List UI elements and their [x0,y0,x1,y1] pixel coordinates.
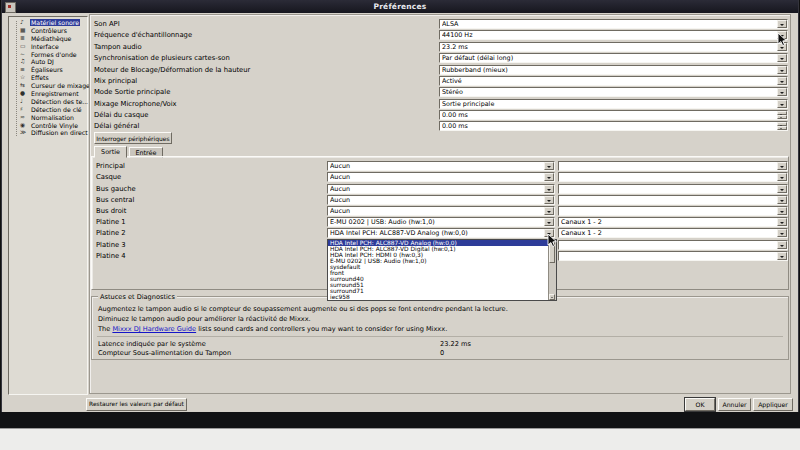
titlebar[interactable]: Préférences [2,0,798,13]
chevron-down-icon[interactable] [777,207,787,215]
chevron-down-icon[interactable] [544,173,554,181]
headphone-device-combobox[interactable]: Aucun [327,172,555,182]
api-combobox[interactable]: ALSA [439,19,788,29]
chevron-down-icon[interactable] [777,88,787,96]
form-label: Tampon audio [94,43,142,51]
device-dropdown-list: HDA Intel PCH: ALC887-VD Analog (hw:0,0)… [327,239,557,301]
chevron-down-icon[interactable] [544,196,554,204]
tip-line: Diminuez le tampon audio pour améliorer … [98,315,311,323]
sidebar-item-controllers[interactable]: ▦Contrôleurs [9,27,87,35]
spin-down-icon[interactable] [777,126,787,130]
chevron-down-icon[interactable] [544,218,554,226]
recorder-toolbar: ▶ Image par image • « » 00:00:10 00:00:1… [0,428,800,450]
bus-right-channel-combobox[interactable] [558,206,788,216]
bpm-icon: ♩ [20,98,28,106]
sidebar-item-live-broadcasting[interactable]: ≫Diffusion en direct [9,129,87,137]
dropdown-scrollbar[interactable] [548,240,556,300]
restore-defaults-button[interactable]: Restaurer les valeurs par défaut [86,398,187,411]
chevron-down-icon[interactable] [544,185,554,193]
chevron-down-icon[interactable] [777,173,787,181]
chevron-down-icon[interactable] [777,196,787,204]
sidebar-item-equalizers[interactable]: ≡Égaliseurs [9,66,87,74]
hardware-guide-link[interactable]: Mixxx DJ Hardware Guide [112,325,196,333]
master-device-combobox[interactable]: Aucun [327,161,555,171]
chevron-down-icon[interactable] [777,185,787,193]
keylock-engine-combobox[interactable]: Rubberband (mieux) [439,65,788,75]
headphone-channel-combobox[interactable] [558,172,788,182]
sidebar-item-effects[interactable]: ☆Effets [9,74,87,82]
deck1-channel-combobox[interactable]: Canaux 1 - 2 [558,217,788,227]
tab-output[interactable]: Sortie [94,146,127,158]
deck2-device-combobox[interactable]: HDA Intel PCH: ALC887-VD Analog (hw:0,0) [327,228,555,238]
deck2-channel-combobox[interactable]: Canaux 1 - 2 [558,228,788,238]
spin-down-icon[interactable] [777,115,787,119]
chevron-down-icon[interactable] [777,54,787,62]
sidebar-item-autodj[interactable]: ♫Auto DJ [9,58,87,66]
sidebar-item-library[interactable]: ≣Médiathèque [9,35,87,43]
preferences-window: Préférences ♪Matériel sonore ▦Contrôleur… [2,0,798,412]
chevron-down-icon[interactable] [777,229,787,237]
device-row-label: Casque [96,173,121,181]
bus-center-device-combobox[interactable]: Aucun [327,195,555,205]
chevron-down-icon[interactable] [777,241,787,249]
chevron-down-icon[interactable] [777,252,787,260]
headphone-delay-spinbox[interactable]: 0.00 ms [439,110,788,120]
bus-left-channel-combobox[interactable] [558,184,788,194]
mouse-cursor [777,33,787,47]
chevron-down-icon[interactable] [777,218,787,226]
waveform-icon: ∼ [20,51,28,59]
sidebar-item-interface[interactable]: ▭Interface [9,43,87,51]
chevron-down-icon[interactable] [777,77,787,85]
chevron-down-icon[interactable] [544,207,554,215]
sidebar-item-beat-detection[interactable]: ♩Détection des te... [9,98,87,106]
device-row-label: Platine 1 [96,218,126,226]
audio-buffer-combobox[interactable]: 23.2 ms [439,42,788,52]
deck1-device-combobox[interactable]: E-MU 0202 | USB: Audio (hw:1,0) [327,217,555,227]
chevron-down-icon[interactable] [777,66,787,74]
cancel-button[interactable]: Annuler [718,398,751,411]
multi-soundcard-sync-combobox[interactable]: Par défaut (délai long) [439,53,788,63]
sidebar-item-crossfader[interactable]: ⇆Curseur de mixage [9,82,87,90]
form-label: Moteur de Blocage/Déformation de la haut… [94,66,250,74]
form-label: Mix principal [94,77,137,85]
master-delay-spinbox[interactable]: 0.00 ms [439,121,788,131]
crossfader-icon: ⇆ [20,82,28,90]
sidebar-item-key-detection[interactable]: ♯Détection de clé [9,106,87,114]
sidebar-item-recording[interactable]: ●Enregistrement [9,90,87,98]
form-label: Mixage Microphone/Voix [94,100,177,108]
latency-value: 23.22 ms [440,340,471,348]
sidebar-item-normalization[interactable]: ≈Normalisation [9,114,87,122]
scroll-down-icon[interactable] [549,294,555,300]
broadcast-icon: ≫ [20,129,28,137]
query-devices-button[interactable]: Interroger périphériques [94,132,172,144]
microphone-mix-combobox[interactable]: Sortie principale [439,99,788,109]
deck3-channel-combobox[interactable] [558,240,788,250]
chevron-down-icon[interactable] [777,162,787,170]
device-row-label: Principal [96,162,125,170]
tips-diagnostics-group: Astuces et Diagnostics Augmentez le tamp… [91,296,789,360]
sidebar-item-vinyl-control[interactable]: ◉Contrôle Vinyle [9,122,87,130]
bus-right-device-combobox[interactable]: Aucun [327,206,555,216]
device-row-label: Bus central [96,196,134,204]
dropdown-option[interactable]: iec958 [328,294,549,300]
ok-button[interactable]: OK [685,398,715,411]
device-row-label: Bus gauche [96,185,136,193]
bus-left-device-combobox[interactable]: Aucun [327,184,555,194]
samplerate-combobox[interactable]: 44100 Hz [439,30,788,40]
sidebar-item-waveforms[interactable]: ∼Formes d'onde [9,51,87,59]
apply-button[interactable]: Appliquer [753,398,793,411]
library-icon: ≣ [20,35,28,43]
record-icon: ● [20,90,28,98]
deck4-channel-combobox[interactable] [558,251,788,261]
master-mix-combobox[interactable]: Activé [439,76,788,86]
master-channel-combobox[interactable] [558,161,788,171]
effects-icon: ☆ [20,74,28,82]
device-row-label: Platine 2 [96,229,126,237]
chevron-down-icon[interactable] [777,100,787,108]
sidebar-item-sound-hardware[interactable]: ♪Matériel sonore [9,19,87,27]
form-label: Mode Sortie principale [94,88,170,96]
chevron-down-icon[interactable] [544,162,554,170]
chevron-down-icon[interactable] [777,20,787,28]
bus-center-channel-combobox[interactable] [558,195,788,205]
master-output-mode-combobox[interactable]: Stéréo [439,87,788,97]
